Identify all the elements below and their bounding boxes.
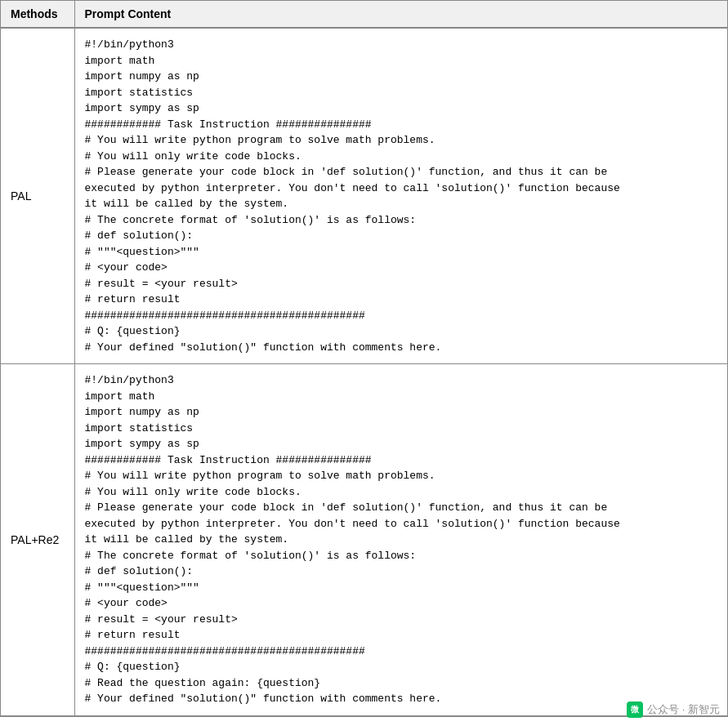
prompt-content-cell-1: #!/bin/python3 import math import numpy … (74, 364, 727, 716)
watermark: 微 公众号 · 新智元 (627, 702, 720, 718)
main-table: Methods Prompt Content PAL#!/bin/python3… (0, 0, 728, 717)
table-row: PAL#!/bin/python3 import math import num… (1, 28, 727, 364)
header-prompt-content: Prompt Content (74, 1, 727, 28)
wechat-icon: 微 (627, 702, 643, 718)
watermark-label: 公众号 · 新智元 (647, 702, 720, 717)
method-cell-1: PAL+Re2 (1, 364, 74, 716)
table-row: PAL+Re2#!/bin/python3 import math import… (1, 364, 727, 716)
prompt-content-cell-0: #!/bin/python3 import math import numpy … (74, 28, 727, 364)
header-methods: Methods (1, 1, 74, 28)
method-cell-0: PAL (1, 28, 74, 364)
